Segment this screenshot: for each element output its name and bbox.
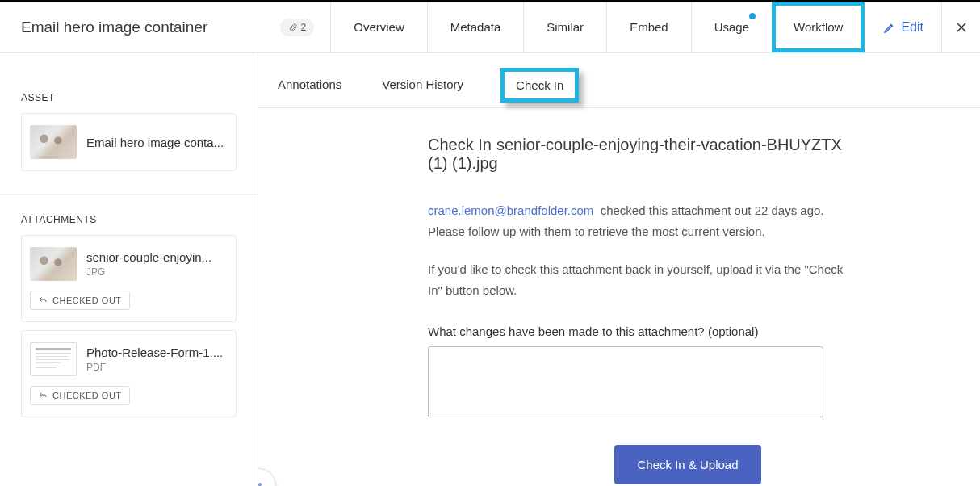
app-header: Email hero image container 2 Overview Me… [0,2,980,53]
attachment-count-pill[interactable]: 2 [280,19,315,36]
tab-similar[interactable]: Similar [523,2,606,52]
sidebar: ASSET Email hero image conta... ATTACHME… [0,53,258,486]
checkout-user-email[interactable]: crane.lemon@brandfolder.com [428,203,593,217]
tab-usage-label: Usage [714,20,749,34]
tab-workflow[interactable]: Workflow [772,2,865,52]
checked-out-badge: CHECKED OUT [30,386,130,405]
changes-field-label: What changes have been made to this atta… [428,325,948,338]
tab-usage[interactable]: Usage [691,2,772,52]
checkin-upload-button[interactable]: Check In & Upload [614,445,760,484]
pencil-icon [883,21,896,34]
subtab-version-history[interactable]: Version History [379,73,467,107]
close-icon [954,20,969,35]
notification-dot-icon [749,13,756,19]
checkin-instruction: If you'd like to check this attachment b… [428,259,848,300]
main-panel: Annotations Version History Check In Che… [258,53,980,486]
subtab-check-in[interactable]: Check In [500,68,579,103]
divider [0,194,258,195]
attachment-title: senior-couple-enjoyin... [86,250,228,264]
attachment-card[interactable]: Photo-Release-Form-1.... PDF CHECKED OUT [21,330,237,417]
checkout-info-paragraph: crane.lemon@brandfolder.com checked this… [428,200,848,241]
checked-out-badge: CHECKED OUT [30,291,130,310]
tab-embed[interactable]: Embed [606,2,691,52]
edit-label: Edit [901,20,923,35]
header-tabs: Overview Metadata Similar Embed Usage Wo… [330,2,980,52]
workflow-subtabs: Annotations Version History Check In [258,53,980,108]
tab-overview[interactable]: Overview [330,2,427,52]
close-button[interactable] [941,2,980,52]
asset-thumbnail [30,125,77,159]
checkin-panel: Check In senior-couple-enjoying-their-va… [258,108,980,486]
edit-button[interactable]: Edit [865,2,941,52]
checkin-label: Check In [428,136,492,153]
attachments-section-label: ATTACHMENTS [0,199,258,235]
asset-section-label: ASSET [0,78,258,113]
paperclip-icon [288,23,298,32]
attachment-thumbnail [30,342,77,376]
attachment-card[interactable]: senior-couple-enjoyin... JPG CHECKED OUT [21,235,237,322]
checkout-arrow-icon [38,391,48,400]
attachment-count: 2 [301,22,307,33]
tab-metadata[interactable]: Metadata [427,2,524,52]
changes-textarea[interactable] [428,346,823,417]
subtab-annotations[interactable]: Annotations [274,73,345,107]
pencil-icon [258,480,265,486]
attachment-title: Photo-Release-Form-1.... [86,346,228,359]
asset-card[interactable]: Email hero image conta... [21,113,237,171]
attachment-type: PDF [86,362,228,373]
attachment-type: JPG [86,266,228,278]
asset-title: Email hero image conta... [86,136,228,149]
checkout-arrow-icon [38,295,48,305]
attachment-thumbnail [30,247,77,281]
page-title: Email hero image container [21,19,207,36]
checkin-heading: Check In senior-couple-enjoying-their-va… [428,136,848,173]
